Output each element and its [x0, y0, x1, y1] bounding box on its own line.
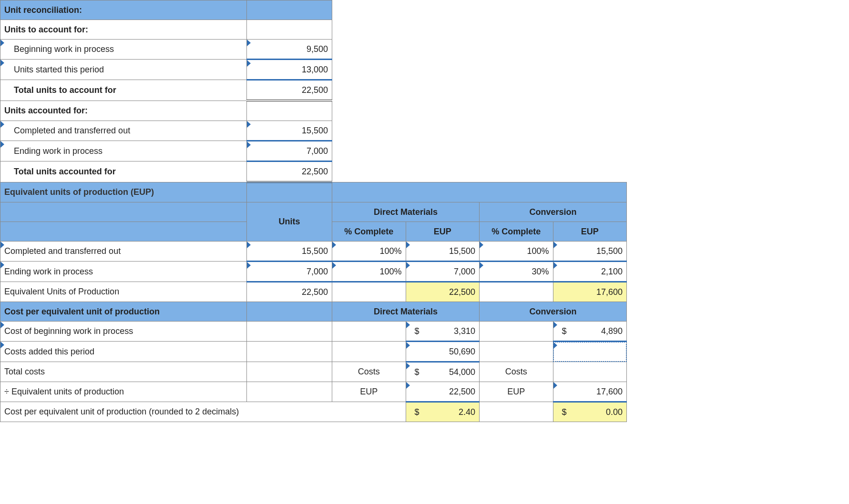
blank-cell	[246, 0, 332, 20]
total-uaf-value: 22,500	[246, 161, 332, 182]
ewip-value[interactable]: 7,000	[246, 141, 332, 161]
blank-cell	[246, 182, 332, 202]
eup-cv-pct[interactable]: 100%	[480, 242, 553, 262]
blank-cell	[246, 342, 332, 362]
eup-dm-pct[interactable]: 100%	[332, 262, 406, 282]
value-text: 4,890	[601, 326, 623, 336]
blank-header	[0, 202, 247, 222]
eup-total-cv: 17,600	[553, 282, 626, 302]
eup-total-label: Equivalent Units of Production	[0, 282, 247, 302]
units-started-label[interactable]: Units started this period	[0, 60, 247, 80]
total-uta-value: 22,500	[246, 80, 332, 101]
table-row: Cost per equivalent unit of production (…	[0, 402, 627, 422]
cpe-result-dm: $2.40	[406, 402, 479, 422]
blank-cell	[332, 282, 406, 302]
blank-cell	[480, 402, 553, 422]
value-text: 54,000	[449, 367, 475, 377]
eup-total-dm: 22,500	[406, 282, 479, 302]
eup-section-header: Equivalent units of production (EUP)	[0, 182, 247, 202]
blank-cell	[332, 60, 627, 80]
units-column-header: Units	[246, 202, 332, 242]
total-uaf-label: Total units accounted for	[0, 161, 247, 182]
cpe-eup-cv-sublabel: EUP	[480, 382, 553, 402]
blank-cell	[246, 362, 332, 382]
eup-cv-eup[interactable]: 2,100	[553, 262, 626, 282]
cpe-added-label[interactable]: Costs added this period	[0, 342, 247, 362]
completed-value[interactable]: 15,500	[246, 121, 332, 141]
eup-units[interactable]: 15,500	[246, 242, 332, 262]
cost-report-table: Unit reconciliation: Units to account fo…	[0, 0, 627, 422]
cpe-div-cv[interactable]: 17,600	[553, 382, 626, 402]
blank-cell	[246, 20, 332, 40]
cpe-total-cv	[553, 362, 626, 382]
table-row: Costs added this period 50,690	[0, 342, 627, 362]
cpe-result-cv: $0.00	[553, 402, 626, 422]
blank-cell	[332, 101, 627, 121]
blank-cell	[332, 80, 627, 101]
eup-row-label[interactable]: Ending work in process	[0, 262, 247, 282]
eup-dm-pct[interactable]: 100%	[332, 242, 406, 262]
cpe-total-dm[interactable]: $54,000	[406, 362, 479, 382]
blank-cell	[246, 382, 332, 402]
blank-cell	[332, 161, 627, 182]
blank-cell	[332, 342, 406, 362]
cpe-costs-cv-sublabel: Costs	[480, 362, 553, 382]
cpe-div-dm[interactable]: 22,500	[406, 382, 479, 402]
value-text: 0.00	[606, 407, 623, 417]
cpe-bwip-cv[interactable]: $4,890	[553, 322, 626, 342]
cpe-conv-header: Conversion	[480, 302, 627, 322]
units-accounted-for-header: Units accounted for:	[0, 101, 247, 121]
cpe-section-header: Cost per equivalent unit of production	[0, 302, 247, 322]
cpe-div-label: ÷ Equivalent units of production	[0, 382, 247, 402]
cpe-total-label: Total costs	[0, 362, 247, 382]
dm-eup-header: EUP	[406, 222, 479, 242]
eup-total-units: 22,500	[246, 282, 332, 302]
blank-cell	[332, 40, 627, 60]
table-row: Cost of beginning work in process $3,310…	[0, 322, 627, 342]
cv-pct-complete-header: % Complete	[480, 222, 553, 242]
eup-cv-pct[interactable]: 30%	[480, 262, 553, 282]
blank-cell	[332, 322, 406, 342]
blank-cell	[332, 182, 627, 202]
conversion-header: Conversion	[480, 202, 627, 222]
blank-cell	[480, 282, 553, 302]
eup-dm-eup[interactable]: 15,500	[406, 242, 479, 262]
cpe-bwip-label[interactable]: Cost of beginning work in process	[0, 322, 247, 342]
cpe-eup-sublabel: EUP	[332, 382, 406, 402]
ewip-label[interactable]: Ending work in process	[0, 141, 247, 161]
blank-cell	[246, 101, 332, 121]
table-row: Equivalent Units of Production 22,500 22…	[0, 282, 627, 302]
units-started-value[interactable]: 13,000	[246, 60, 332, 80]
table-row: ÷ Equivalent units of production EUP 22,…	[0, 382, 627, 402]
cv-eup-header: EUP	[553, 222, 626, 242]
blank-header	[0, 222, 247, 242]
value-text: 3,310	[454, 326, 475, 336]
cpe-added-dm[interactable]: 50,690	[406, 342, 479, 362]
completed-label[interactable]: Completed and transferred out	[0, 121, 247, 141]
table-row: Completed and transferred out 15,500 100…	[0, 242, 627, 262]
cpe-result-label: Cost per equivalent unit of production (…	[0, 402, 406, 422]
value-text: 2.40	[459, 407, 475, 417]
eup-units[interactable]: 7,000	[246, 262, 332, 282]
unit-reconciliation-header: Unit reconciliation:	[0, 0, 247, 20]
blank-cell	[246, 322, 332, 342]
cpe-bwip-dm[interactable]: $3,310	[406, 322, 479, 342]
blank-cell	[332, 20, 627, 40]
eup-row-label[interactable]: Completed and transferred out	[0, 242, 247, 262]
total-uta-label: Total units to account for	[0, 80, 247, 101]
units-to-account-for-header: Units to account for:	[0, 20, 247, 40]
blank-cell	[332, 141, 627, 161]
blank-cell	[480, 322, 553, 342]
blank-cell	[480, 342, 553, 362]
cpe-dm-header: Direct Materials	[332, 302, 480, 322]
blank-cell	[332, 0, 627, 20]
eup-dm-eup[interactable]: 7,000	[406, 262, 479, 282]
direct-materials-header: Direct Materials	[332, 202, 480, 222]
bwip-value[interactable]: 9,500	[246, 40, 332, 60]
dm-pct-complete-header: % Complete	[332, 222, 406, 242]
bwip-label[interactable]: Beginning work in process	[0, 40, 247, 60]
eup-cv-eup[interactable]: 15,500	[553, 242, 626, 262]
table-row: Ending work in process 7,000 100% 7,000 …	[0, 262, 627, 282]
cpe-added-cv-input[interactable]	[553, 342, 626, 362]
blank-cell	[246, 302, 332, 322]
